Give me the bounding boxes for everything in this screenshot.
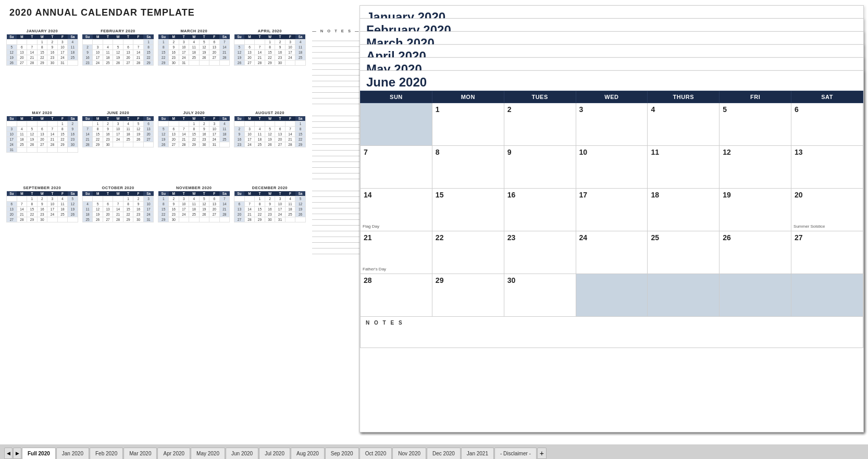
mini-cal-cell: 8	[27, 202, 38, 207]
tab-add-button[interactable]: +	[537, 448, 547, 459]
mini-cal-cell: 10	[275, 202, 286, 207]
col-fri: FRI	[720, 91, 791, 103]
mini-cal-cell: 1	[158, 40, 169, 45]
tab-apr-2020[interactable]: Apr 2020	[157, 448, 190, 459]
mini-cal-cell: 12	[93, 207, 103, 212]
mini-cal-cell: 7	[47, 127, 58, 132]
mini-cal-cell: 20	[123, 55, 133, 60]
mini-cal-cell: 16	[103, 132, 113, 137]
mini-cal-cell: 5	[158, 127, 169, 132]
mini-cal-cell: 28	[285, 142, 295, 147]
mini-cal-cell: 7	[255, 45, 265, 50]
mini-cal-cell: 3	[179, 40, 189, 45]
tab-jun-2020[interactable]: Jun 2020	[226, 448, 258, 459]
notes-line	[312, 208, 361, 214]
mini-cal-cell: 30	[199, 142, 209, 147]
mini-cal-cell: 12	[199, 45, 209, 50]
mini-cal-cell: 25	[123, 137, 133, 142]
event-fathers-day: Father's Day	[363, 267, 386, 271]
tab-dec-2020[interactable]: Dec 2020	[427, 448, 461, 459]
mini-cal-cell	[199, 217, 209, 222]
mini-cal-cell	[47, 147, 58, 153]
notes-line	[312, 122, 361, 128]
mini-cal-cell	[244, 196, 255, 202]
mini-cal-cell: 12	[158, 132, 169, 137]
mini-cal-cell: 2	[169, 196, 179, 202]
mini-cal-cell: 27	[123, 60, 133, 66]
tab-sep-2020[interactable]: Sep 2020	[325, 448, 359, 459]
tab-aug-2020[interactable]: Aug 2020	[291, 448, 325, 459]
notes-line	[312, 243, 361, 249]
tab-oct-2020[interactable]: Oct 2020	[359, 448, 392, 459]
mini-cal-cell: 20	[275, 137, 286, 142]
june-calendar-grid: SUN MON TUES WED THURS FRI SAT 1 2 3	[360, 91, 863, 317]
mini-cal-cell: 30	[133, 217, 144, 222]
mini-cal-cell: 14	[219, 45, 230, 50]
mini-cal-cell: 13	[209, 45, 220, 50]
tab-mar-2020[interactable]: Mar 2020	[123, 448, 157, 459]
mini-cal-cell: 22	[189, 137, 200, 142]
mini-cal-cell: 2	[82, 45, 93, 50]
mini-cal-cell: 25	[189, 55, 200, 60]
tab-jan-2020[interactable]: Jan 2020	[56, 448, 89, 459]
tab-full-2020[interactable]: Full 2020	[22, 448, 56, 459]
mini-cal-cell: 12	[199, 202, 209, 207]
tab-jul-2020[interactable]: Jul 2020	[259, 448, 290, 459]
mini-cal-cell: 4	[123, 121, 133, 127]
mini-cal-cell: 2	[199, 121, 209, 127]
notes-line	[312, 81, 361, 87]
mini-cal-cell	[17, 121, 27, 127]
mini-cal-cell: 1	[57, 121, 68, 127]
mini-cal-nov: NOVEMBER 2020 SuMTWTFSa 1234567891011121…	[158, 185, 230, 254]
mini-cal-cell	[199, 60, 209, 66]
mini-cal-cell: 31	[7, 147, 17, 153]
mini-cal-cell: 17	[93, 55, 103, 60]
mini-cal-cell: 16	[234, 137, 245, 142]
tab-scroll-left[interactable]: ◀	[4, 448, 13, 459]
mini-cal-cell: 4	[68, 40, 78, 45]
tab-nov-2020[interactable]: Nov 2020	[392, 448, 426, 459]
table-cell: 30	[504, 274, 576, 317]
tab-feb-2020[interactable]: Feb 2020	[90, 448, 123, 459]
mini-cal-cell: 4	[255, 127, 265, 132]
mini-cal-cell: 10	[209, 127, 220, 132]
mini-cal-cell: 25	[68, 55, 78, 60]
mini-cal-cell: 15	[123, 207, 133, 212]
table-cell: 5	[720, 103, 791, 146]
mini-cal-cell: 15	[255, 207, 265, 212]
mini-cal-cell: 8	[37, 45, 47, 50]
mini-cal-row-3: SEPTEMBER 2020 SuMTWTFSa 123456789101112…	[6, 185, 361, 254]
mini-cal-cell: 23	[265, 212, 275, 217]
stacked-area: January 2020 SUN MON TUES WED THURS FRI …	[359, 5, 864, 440]
tab-scroll-right[interactable]: ▶	[13, 448, 21, 459]
tab-disclaimer[interactable]: - Disclaimer -	[494, 448, 537, 459]
table-cell: 27	[791, 231, 863, 274]
table-cell: 18	[648, 189, 720, 231]
mini-cal-cell: 24	[47, 212, 58, 217]
mini-cal-cell: 12	[113, 50, 123, 55]
mini-cal-cell: 18	[219, 132, 230, 137]
mini-cal-cell	[7, 196, 17, 202]
notes-line	[312, 47, 361, 53]
mini-cal-cell: 17	[57, 50, 68, 55]
tab-jan-2021[interactable]: Jan 2021	[461, 448, 494, 459]
mini-cal-cell: 6	[103, 202, 113, 207]
mini-cal-cell: 22	[265, 55, 275, 60]
mini-cal-cell: 10	[113, 127, 123, 132]
mini-cal-cell: 2	[47, 40, 58, 45]
mini-cal-cell: 5	[68, 196, 78, 202]
mini-cal-cell: 9	[199, 127, 209, 132]
mini-cal-cell: 6	[209, 196, 220, 202]
mini-cal-cell: 18	[285, 207, 295, 212]
mini-cal-cell	[7, 40, 17, 45]
mini-cal-cell: 25	[57, 212, 68, 217]
mini-cal-cell: 29	[143, 60, 154, 66]
notes-lines	[312, 35, 361, 104]
mini-cal-cell: 21	[219, 207, 230, 212]
mini-cal-cell: 15	[158, 207, 169, 212]
mini-cal-cell: 24	[179, 55, 189, 60]
tab-may-2020[interactable]: May 2020	[191, 448, 225, 459]
mini-cal-cell: 10	[285, 45, 295, 50]
col-wed: WED	[576, 91, 648, 103]
mini-cal-cell: 7	[133, 45, 144, 50]
